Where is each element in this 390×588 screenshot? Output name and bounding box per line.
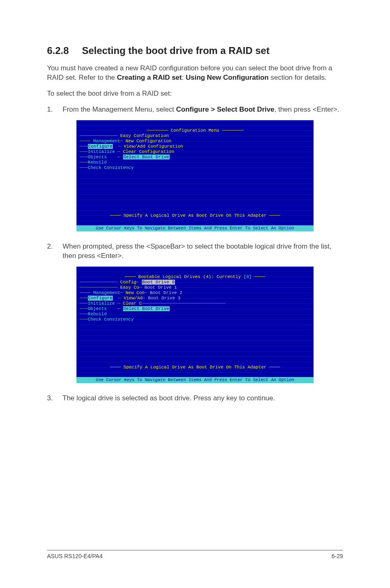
menu-management[interactable]: Management — [93, 139, 120, 144]
cfg-view[interactable]: View/Add Configuration — [124, 144, 183, 149]
menu-configure[interactable]: Configure — [88, 144, 113, 149]
footer-page-number: 6-29 — [332, 553, 343, 559]
menu-path: Configure > Select Boot Drive — [176, 105, 274, 113]
intro-paragraph-2: To select the boot drive from a RAID set… — [47, 89, 343, 99]
cfg-new[interactable]: New Configuration — [126, 139, 171, 144]
intro-paragraph-1: You must have created a new RAID configu… — [47, 64, 343, 83]
menu-check-consistency[interactable]: Check Consistency — [88, 165, 134, 170]
menu-initialize[interactable]: Initialize — [88, 149, 115, 154]
step-number: 3. — [47, 394, 63, 403]
menu-rebuild[interactable]: Rebuild — [88, 160, 107, 165]
terminal-footer: Use Cursor Keys To Navigate Between Item… — [76, 225, 314, 231]
menu-check-consistency[interactable]: Check Consistency — [88, 317, 134, 322]
adapter-message: ──── Specify A Logical Drive As Boot Dri… — [80, 213, 310, 218]
boot-drive-2[interactable]: Boot Drive 2 — [150, 290, 182, 295]
step-2: 2. When prompted, press the <SpaceBar> t… — [47, 242, 343, 261]
cfg-select-boot[interactable]: Select Boot Drive — [123, 155, 170, 159]
ref-using-new-config: Using New Configuration — [186, 74, 269, 81]
bios-screenshot-1: ──────── Configuration Menu ──────── ───… — [76, 120, 314, 231]
menu-objects[interactable]: Objects — [88, 155, 107, 159]
menu-objects[interactable]: Objects — [88, 306, 107, 311]
footer-product: ASUS RS120-E4/PA4 — [47, 553, 103, 559]
section-title: Selecting the boot drive from a RAID set — [82, 45, 269, 56]
ref-creating-raid: Creating a RAID set — [117, 74, 182, 81]
step-1: 1. From the Management Menu, select Conf… — [47, 105, 343, 114]
step-number: 1. — [47, 105, 63, 114]
step-3: 3. The logical drive is selected as boot… — [47, 394, 343, 403]
boot-drive-3[interactable]: Boot Drive 3 — [148, 296, 180, 301]
terminal-footer: Use Cursor Keys To Navigate Between Item… — [76, 377, 314, 383]
page-footer: ASUS RS120-E4/PA4 6-29 — [47, 550, 343, 559]
cfg-clear[interactable]: Clear Configuration — [123, 149, 174, 154]
step-number: 2. — [47, 242, 63, 261]
bios-screenshot-2: ──── Bootable Logical Drives (4): Curren… — [76, 267, 314, 383]
config-menu-title: ──────── Configuration Menu ──────── — [80, 128, 310, 133]
menu-management[interactable]: Management — [93, 290, 120, 295]
adapter-message: ──── Specify A Logical Drive As Boot Dri… — [80, 365, 310, 370]
cfg-easy[interactable]: Easy Configuration — [120, 133, 169, 138]
cfg-select-boot[interactable]: Select Boot Drive — [123, 306, 170, 311]
boot-drive-0[interactable]: Boot Drive 0 — [142, 280, 175, 285]
section-number: 6.2.8 — [47, 45, 69, 56]
menu-initialize[interactable]: Initialize — [88, 301, 115, 306]
boot-drive-1[interactable]: Boot Drive 1 — [144, 285, 177, 290]
menu-configure[interactable]: Configure — [88, 296, 113, 301]
bootable-drives-title: ──── Bootable Logical Drives (4): Curren… — [80, 274, 310, 280]
menu-rebuild[interactable]: Rebuild — [88, 312, 107, 316]
section-heading: 6.2.8Selecting the boot drive from a RAI… — [47, 45, 343, 56]
